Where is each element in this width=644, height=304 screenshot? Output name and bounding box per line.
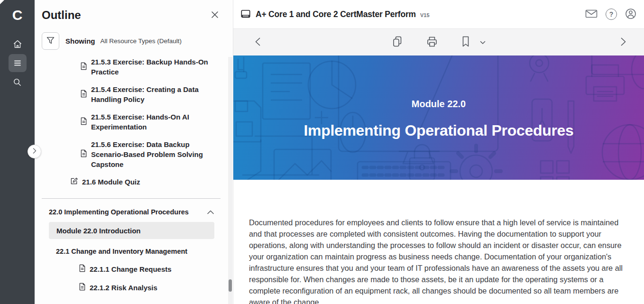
course-title: A+ Core 1 and Core 2 CertMaster Perform: [256, 9, 416, 19]
outline-menu-button[interactable]: [9, 54, 27, 72]
chevron-right-icon: [621, 37, 626, 47]
module-banner: Module 22.0 Implementing Operational Pro…: [233, 55, 644, 180]
copy-icon: [392, 36, 403, 49]
app-window: C Outline: [0, 0, 644, 304]
outline-item-22-1-2[interactable]: 22.1.2 Risk Analysis: [79, 283, 233, 293]
outline-item-21-5-5[interactable]: 21.5.5 Exercise: Hands-On AI Experimenta…: [80, 112, 233, 132]
outline-item-module-22-intro-selected[interactable]: Module 22.0 Introduction: [49, 222, 214, 239]
bookmark-dropdown-button[interactable]: [480, 39, 486, 46]
outline-scrollbar-thumb[interactable]: [229, 279, 232, 292]
filter-value: All Resource Types (Default): [101, 37, 182, 45]
showing-label: Showing: [65, 37, 95, 45]
document-icon: [80, 149, 88, 159]
copy-pages-button[interactable]: [392, 36, 403, 49]
course-version-badge: V15: [420, 12, 430, 18]
user-profile-icon: [625, 8, 636, 21]
filter-row: Showing All Resource Types (Default): [42, 32, 233, 50]
comptia-logo[interactable]: C: [12, 5, 23, 26]
filter-button[interactable]: [42, 32, 59, 50]
chevron-right-icon: [33, 148, 37, 155]
previous-page-button[interactable]: [255, 37, 260, 47]
close-icon: [210, 14, 220, 21]
outline-title: Outline: [42, 9, 81, 22]
funnel-icon: [46, 37, 55, 46]
menu-icon: [13, 58, 22, 68]
document-icon: [79, 264, 86, 274]
lesson-toolbar: [233, 29, 644, 55]
outline-item-21-6-quiz[interactable]: 21.6 Module Quiz: [70, 177, 233, 187]
home-icon: [12, 39, 23, 49]
course-book-icon: [240, 9, 251, 19]
outline-panel: Outline Showing All Resource Types (Defa…: [35, 0, 233, 304]
bookmark-icon: [461, 36, 470, 49]
next-page-button[interactable]: [621, 37, 626, 47]
document-icon: [80, 117, 88, 127]
account-button[interactable]: [625, 8, 636, 21]
corner-notch: [0, 0, 4, 4]
outline-item-21-5-4[interactable]: 21.5.4 Exercise: Creating a Data Handlin…: [80, 84, 233, 104]
lesson-body: Documented procedures for employees and …: [233, 180, 644, 304]
close-outline-button[interactable]: [209, 9, 221, 22]
help-icon: ?: [606, 9, 617, 20]
quiz-edit-icon: [70, 177, 79, 187]
document-icon: [80, 62, 88, 72]
bookmark-button[interactable]: [461, 36, 470, 49]
main-content: A+ Core 1 and Core 2 CertMaster Perform …: [233, 0, 644, 304]
outline-item-21-5-3[interactable]: 21.5.3 Exercise: Backup Hands-On Practic…: [80, 57, 233, 77]
outline-tree: 21.5.3 Exercise: Backup Hands-On Practic…: [35, 57, 233, 293]
banner-module-label: Module 22.0: [412, 99, 466, 110]
document-icon: [80, 90, 88, 100]
chevron-left-icon: [255, 37, 260, 47]
collapse-panel-button[interactable]: [28, 145, 41, 158]
outline-header: Outline: [35, 0, 233, 22]
home-button[interactable]: [9, 35, 27, 53]
banner-title: Implementing Operational Procedures: [304, 122, 573, 139]
lesson-paragraph: Documented procedures for employees and …: [249, 217, 626, 304]
chevron-down-icon: [480, 39, 486, 46]
chevron-up-icon: [207, 208, 214, 216]
search-button[interactable]: [9, 73, 27, 91]
search-icon: [12, 77, 22, 87]
outline-divider: [42, 198, 221, 199]
printer-icon: [426, 36, 438, 49]
help-button[interactable]: ?: [606, 9, 617, 20]
banner-text: Module 22.0 Implementing Operational Pro…: [233, 55, 644, 180]
outline-item-22-1-1[interactable]: 22.1.1 Change Requests: [79, 264, 233, 274]
messages-button[interactable]: [585, 9, 598, 20]
document-icon: [79, 283, 86, 293]
course-header: A+ Core 1 and Core 2 CertMaster Perform …: [233, 0, 644, 29]
outline-scrollbar-track[interactable]: [228, 57, 232, 304]
outline-item-21-5-6[interactable]: 21.5.6 Exercise: Data Backup Scenario-Ba…: [80, 139, 233, 169]
mail-icon: [585, 9, 598, 20]
section-22-0-header[interactable]: 22.0 Implementing Operational Procedures: [49, 208, 214, 216]
outline-item-22-1[interactable]: 22.1 Change and Inventory Management: [56, 247, 233, 256]
header-actions: ?: [585, 8, 636, 21]
toolbar-center-group: [392, 36, 486, 49]
print-button[interactable]: [426, 36, 438, 49]
